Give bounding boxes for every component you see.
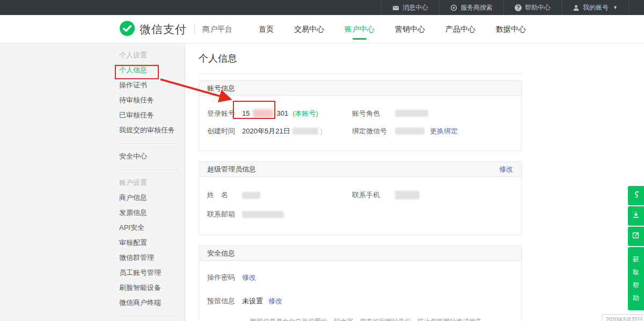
sidebar-divider: [119, 143, 178, 144]
reserved-info-label: 预留信息: [207, 296, 242, 306]
account-info-header: 账号信息: [199, 81, 521, 96]
edit-icon: [632, 231, 640, 242]
redacted-login-middle: [253, 109, 273, 117]
primary-nav: 首页 交易中心 账户中心 营销中心 产品中心 数据中心: [258, 15, 527, 43]
super-admin-modify-link[interactable]: 修改: [499, 162, 513, 176]
super-admin-header: 超级管理员信息 修改: [199, 162, 521, 177]
redacted-admin-name: [242, 192, 260, 199]
rebind-link[interactable]: 更换绑定: [430, 126, 458, 136]
sidebar-item-my-submitted-tasks[interactable]: 我提交的审核任务: [119, 123, 185, 138]
brand-block[interactable]: 微信支付 商户平台: [119, 15, 232, 43]
mail-icon: [392, 4, 399, 11]
service-provider-search-item[interactable]: 服务商搜索: [439, 0, 503, 15]
sidebar-item-invoice-info[interactable]: 发票信息: [119, 205, 185, 220]
my-account-label: 我的账号: [583, 3, 609, 12]
account-info-section: 账号信息 登录账号 15301 (本账号) 账号角色: [199, 80, 522, 151]
message-center-item[interactable]: 消息中心: [381, 0, 439, 15]
download-icon: [632, 211, 640, 221]
sidebar-divider: [119, 169, 178, 170]
sidebar-item-staff-account-mgmt[interactable]: 员工账号管理: [119, 265, 185, 280]
account-role-label: 账号角色: [352, 109, 395, 118]
reserved-info-description: 预留信息是由你自己设置的一段文字，用来鉴定网站身份，防止假冒网站造成损失。 配置…: [250, 317, 521, 321]
chevron-down-icon: ▼: [613, 5, 618, 10]
body-wrap: 个人设置 个人信息 操作证书 待审核任务 已审核任务 我提交的审核任务 安全中心…: [0, 43, 644, 321]
hotline-icon: [632, 190, 640, 201]
title-divider: [199, 73, 523, 74]
redacted-account-role: [395, 110, 428, 117]
created-time-value: 2020年5月21日 ): [242, 126, 323, 136]
nav-transaction-center[interactable]: 交易中心: [293, 15, 325, 44]
login-account-label: 登录账号: [207, 109, 242, 118]
sidebar-item-reviewed-tasks[interactable]: 已审核任务: [119, 108, 185, 123]
date-chip: 2020年5月22日: [602, 314, 644, 321]
left-panel: 个人设置 个人信息 操作证书 待审核任务 已审核任务 我提交的审核任务 安全中心…: [0, 43, 185, 321]
get-help-button[interactable]: 获取帮助: [628, 247, 644, 310]
nav-data-center[interactable]: 数据中心: [495, 15, 527, 44]
operation-password-modify-link[interactable]: 修改: [242, 273, 256, 282]
redacted-contact-phone: [395, 191, 420, 199]
wechat-pay-logo-icon: [119, 20, 135, 39]
sidebar-item-merchant-info[interactable]: 商户信息: [119, 190, 185, 205]
feedback-button[interactable]: [628, 227, 644, 246]
get-help-label: 获取帮助: [632, 253, 640, 304]
sidebar-item-operation-certificate[interactable]: 操作证书: [119, 78, 185, 93]
super-admin-section: 超级管理员信息 修改 姓 名 联系手机: [199, 161, 522, 235]
login-account-value: 15301 (本账号): [242, 109, 318, 118]
sidebar-item-review-config[interactable]: 审核配置: [119, 235, 185, 250]
help-center-item[interactable]: ? 帮助中心: [503, 0, 561, 15]
redacted-bound-wechat: [395, 128, 425, 135]
main-content: 个人信息 账号信息 登录账号 15301 (本账号): [186, 43, 644, 321]
sidebar-item-face-smart-device[interactable]: 刷脸智能设备: [119, 280, 185, 295]
security-info-header: 安全信息: [199, 246, 521, 261]
nav-product-center[interactable]: 产品中心: [444, 15, 477, 44]
sidebar-section-account-settings: 账户设置: [119, 175, 185, 190]
sidebar-item-wechat-merchant-terminal[interactable]: 微信商户终端: [119, 295, 185, 310]
sidebar-section-personal-settings: 个人设置: [119, 48, 185, 63]
top-utility-bar: 消息中心 服务商搜索 ? 帮助中心 我的账号 ▼: [0, 0, 644, 15]
security-info-title: 安全信息: [207, 246, 235, 260]
service-provider-search-label: 服务商搜索: [460, 3, 493, 12]
admin-name-label: 姓 名: [207, 190, 242, 200]
contact-email-label: 联系邮箱: [207, 210, 242, 219]
message-center-label: 消息中心: [402, 3, 428, 12]
floating-help-bar: 获取帮助: [628, 186, 644, 310]
help-center-label: 帮助中心: [525, 3, 551, 12]
operation-password-label: 操作密码: [207, 273, 242, 282]
sidebar-item-wechat-group-mgmt[interactable]: 微信群管理: [119, 250, 185, 265]
this-account-tag: (本账号): [292, 109, 318, 118]
nav-home[interactable]: 首页: [258, 15, 275, 44]
page-title: 个人信息: [199, 52, 644, 65]
page: 消息中心 服务商搜索 ? 帮助中心 我的账号 ▼ 微信支付 商户: [0, 0, 644, 321]
hotline-button[interactable]: [628, 186, 644, 205]
main-header: 微信支付 商户平台 首页 交易中心 账户中心 营销中心 产品中心 数据中心: [0, 15, 644, 43]
sidebar-item-api-security[interactable]: API安全: [119, 220, 185, 235]
sidebar-item-security-center[interactable]: 安全中心: [119, 149, 185, 164]
search-icon: [450, 4, 457, 11]
sidebar-item-pending-review-tasks[interactable]: 待审核任务: [119, 93, 185, 108]
sidebar-divider: [119, 316, 178, 316]
user-icon: [573, 4, 580, 11]
download-button[interactable]: [628, 206, 644, 226]
redacted-contact-email: [242, 211, 284, 218]
security-info-body: 操作密码 修改 预留信息 未设置 修改 预留信息是由你自己设置的一段文字，用来鉴…: [199, 261, 521, 321]
account-info-body: 登录账号 15301 (本账号) 账号角色: [199, 96, 521, 151]
sidebar-item-personal-info[interactable]: 个人信息: [119, 63, 185, 78]
account-info-title: 账号信息: [207, 81, 235, 95]
reserved-desc-line1: 预留信息是由你自己设置的一段文字，用来鉴定网站身份，防止假冒网站造成损失。: [250, 317, 521, 321]
bound-wechat-label: 绑定微信号: [352, 126, 395, 136]
reserved-info-modify-link[interactable]: 修改: [268, 296, 282, 306]
redacted-created-time: [292, 128, 318, 135]
question-icon: ?: [515, 4, 522, 11]
brand-divider: [194, 24, 195, 35]
super-admin-body: 姓 名 联系手机 联系邮箱: [199, 177, 521, 235]
sidebar: 个人设置 个人信息 操作证书 待审核任务 已审核任务 我提交的审核任务 安全中心…: [0, 43, 185, 316]
nav-account-center[interactable]: 账户中心: [343, 15, 376, 44]
contact-phone-label: 联系手机: [352, 190, 395, 200]
reserved-info-status: 未设置: [242, 296, 263, 306]
brand-name: 微信支付: [140, 22, 187, 37]
created-time-label: 创建时间: [207, 126, 242, 136]
nav-marketing-center[interactable]: 营销中心: [394, 15, 426, 44]
my-account-item[interactable]: 我的账号 ▼: [561, 0, 629, 15]
security-info-section: 安全信息 操作密码 修改 预留信息 未设置 修改 预留信息是由你自己设置的一段文…: [199, 245, 522, 321]
portal-name: 商户平台: [202, 25, 232, 34]
